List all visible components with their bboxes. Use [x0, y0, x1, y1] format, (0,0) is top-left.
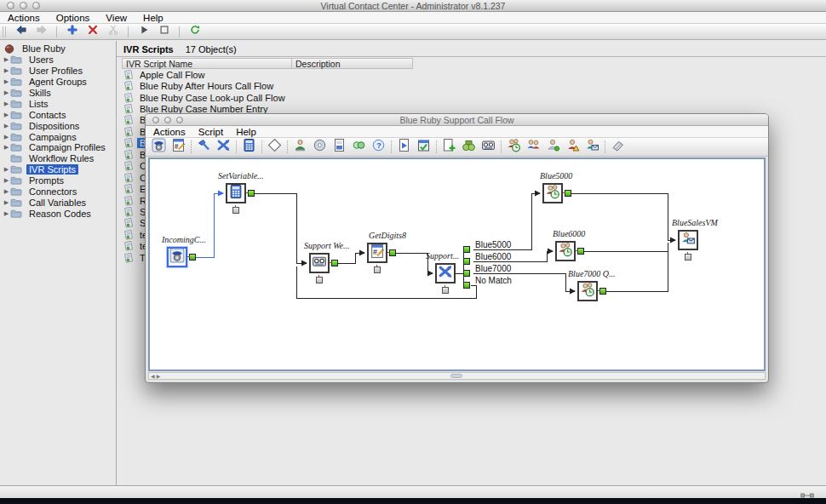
scroll-right-icon[interactable]: ▶ — [157, 374, 161, 379]
port-out-get-digits[interactable] — [389, 249, 396, 256]
menu-help[interactable]: Help — [143, 13, 163, 23]
horizontal-scrollbar[interactable]: ◀▶ — [148, 372, 766, 380]
disclosure-triangle-icon[interactable]: ▶ — [3, 188, 10, 195]
stop-button[interactable] — [157, 26, 171, 38]
toolbar-hammer-button[interactable] — [196, 139, 212, 155]
sidebar-item-reason-codes[interactable]: ▶Reason Codes — [0, 208, 116, 219]
sidebar-item-campaigns[interactable]: ▶Campaigns — [0, 131, 116, 142]
node-incoming-call[interactable] — [167, 247, 187, 267]
port-next-support-welcome[interactable] — [316, 277, 323, 284]
menu-dialog-help[interactable]: Help — [236, 127, 256, 137]
port-out-incoming-call[interactable] — [189, 254, 196, 261]
zoom-button[interactable] — [32, 2, 40, 9]
sidebar-item-user-profiles[interactable]: ▶User Profiles — [0, 66, 116, 77]
close-button[interactable] — [7, 2, 14, 9]
menu-actions[interactable]: Actions — [8, 13, 40, 23]
scrollbar-arrows[interactable]: ◀▶ — [149, 374, 160, 379]
toolbar-person-alert-button[interactable] — [565, 139, 581, 155]
sidebar-item-ivr-scripts[interactable]: ▶IVR Scripts — [0, 164, 116, 175]
toolbar-query-button[interactable]: ? — [370, 139, 387, 155]
tree-root-blue-ruby[interactable]: Blue Ruby — [0, 43, 116, 54]
disclosure-triangle-icon[interactable]: ▶ — [3, 210, 10, 217]
port-exit-blue6000[interactable] — [463, 258, 470, 265]
port-out-support-welcome[interactable] — [331, 260, 338, 266]
menu-dialog-script[interactable]: Script — [198, 127, 223, 137]
port-exit-blue7000[interactable] — [463, 270, 470, 277]
port-exit-no-match[interactable] — [463, 282, 470, 289]
toolbar-incoming-call-button[interactable] — [151, 139, 167, 155]
port-out-blue6000[interactable] — [577, 248, 584, 255]
node-blue6000[interactable] — [555, 241, 576, 261]
sidebar-item-skills[interactable]: ▶Skills — [0, 88, 116, 99]
disclosure-triangle-icon[interactable]: ▶ — [3, 166, 10, 173]
port-out-set-variable[interactable] — [248, 190, 255, 197]
toolbar-tape-button[interactable] — [480, 139, 496, 155]
node-support-welcome[interactable] — [309, 253, 330, 273]
list-row[interactable]: Apple Call Flow — [122, 69, 826, 80]
back-button[interactable] — [14, 26, 28, 38]
scrollbar-thumb[interactable] — [450, 374, 462, 378]
sidebar-item-contacts[interactable]: ▶Contacts — [0, 109, 116, 120]
toolbar-person-check-button[interactable] — [545, 139, 561, 155]
sidebar-item-lists[interactable]: ▶Lists — [0, 98, 116, 109]
disclosure-triangle-icon[interactable]: ▶ — [3, 78, 10, 85]
toolbar-schedule-button[interactable] — [416, 139, 432, 155]
toolbar-eraser-button[interactable] — [610, 139, 626, 155]
port-next-set-variable[interactable] — [232, 207, 239, 214]
scroll-left-icon[interactable]: ◀ — [151, 374, 155, 379]
toolbar-disc-button[interactable] — [312, 139, 328, 155]
toolbar-add-page-button[interactable] — [441, 139, 457, 155]
port-next-support-menu[interactable] — [442, 287, 449, 294]
menu-dialog-actions[interactable]: Actions — [153, 127, 186, 137]
toolbar-goto-page-button[interactable] — [396, 139, 412, 155]
port-next-bluesales-vm[interactable] — [685, 254, 691, 261]
sidebar-item-call-variables[interactable]: ▶Call Variables — [0, 197, 116, 208]
toolbar-branch-button[interactable] — [215, 139, 232, 155]
disclosure-triangle-icon[interactable]: ▶ — [3, 67, 10, 74]
node-blue5000[interactable] — [542, 183, 563, 203]
port-next-get-digits[interactable] — [374, 266, 381, 273]
node-set-variable[interactable] — [226, 183, 246, 203]
toolbar-agent-button[interactable] — [292, 139, 308, 155]
toolbar-document-button[interactable] — [331, 139, 347, 155]
dialog-close-button[interactable] — [152, 117, 159, 123]
sidebar-item-connectors[interactable]: ▶Connectors — [0, 186, 116, 198]
node-get-digits[interactable]: # — [367, 243, 387, 263]
flow-canvas[interactable]: IncomingC...SetVariable...Support We...G… — [150, 159, 766, 371]
sidebar-item-agent-groups[interactable]: ▶Agent Groups — [0, 77, 116, 88]
toolbar-link-button[interactable] — [351, 139, 367, 155]
toolbar-queue-button[interactable] — [506, 139, 522, 155]
list-row[interactable]: Blue Ruby Case Look-up Call Flow — [122, 92, 826, 103]
port-out-blue7000[interactable] — [599, 288, 606, 295]
node-support-menu[interactable] — [435, 263, 456, 284]
disclosure-triangle-icon[interactable]: ▶ — [3, 89, 10, 96]
disclosure-triangle-icon[interactable]: ▶ — [3, 144, 10, 151]
disclosure-triangle-icon[interactable]: ▶ — [3, 112, 10, 118]
toolbar-people-button[interactable] — [525, 139, 542, 155]
disclosure-triangle-icon[interactable]: ▶ — [3, 123, 10, 129]
delete-button[interactable] — [85, 26, 100, 38]
column-header-description[interactable]: Description — [292, 58, 413, 69]
menu-options[interactable]: Options — [56, 13, 90, 23]
column-header-ivr-script-name[interactable]: IVR Script Name — [122, 58, 292, 69]
menu-view[interactable]: View — [106, 13, 127, 23]
node-blue7000[interactable] — [577, 281, 598, 301]
toolbar-digits-button[interactable]: # — [170, 139, 186, 155]
port-exit-blue5000[interactable] — [463, 246, 470, 253]
disclosure-triangle-icon[interactable]: ▶ — [3, 177, 10, 184]
toolbar-keypad-button[interactable] — [241, 139, 257, 155]
disclosure-triangle-icon[interactable]: ▶ — [3, 134, 10, 140]
node-bluesales-vm[interactable] — [678, 230, 698, 250]
dialog-minimize-button[interactable] — [164, 117, 171, 123]
dialog-zoom-button[interactable] — [176, 117, 183, 123]
cut-button[interactable] — [106, 26, 120, 38]
disclosure-triangle-icon[interactable]: ▶ — [3, 199, 10, 206]
disclosure-triangle-icon[interactable]: ▶ — [3, 56, 10, 63]
sidebar-item-prompts[interactable]: ▶Prompts — [0, 175, 116, 186]
play-button[interactable] — [136, 26, 151, 38]
sidebar-item-users[interactable]: ▶Users — [0, 54, 116, 66]
toolbar-voicemail-button[interactable] — [584, 139, 600, 155]
disclosure-triangle-icon[interactable]: ▶ — [3, 100, 10, 107]
add-button[interactable] — [65, 26, 79, 38]
minimize-button[interactable] — [20, 2, 27, 9]
